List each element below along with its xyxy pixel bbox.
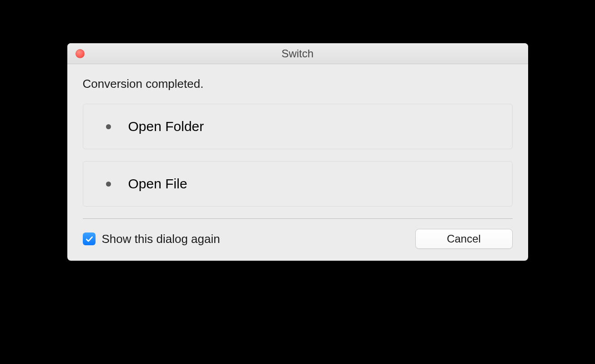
bullet-icon xyxy=(106,182,111,187)
open-file-label: Open File xyxy=(128,176,187,192)
status-message: Conversion completed. xyxy=(83,77,513,91)
separator xyxy=(83,218,513,219)
dialog-window: Switch Conversion completed. Open Folder… xyxy=(67,43,528,261)
open-file-button[interactable]: Open File xyxy=(83,161,513,207)
open-folder-button[interactable]: Open Folder xyxy=(83,104,513,149)
close-button[interactable] xyxy=(76,49,85,58)
check-icon xyxy=(85,234,94,243)
titlebar: Switch xyxy=(67,43,528,64)
checkbox-box xyxy=(83,233,96,245)
dialog-content: Conversion completed. Open Folder Open F… xyxy=(67,64,528,261)
open-folder-label: Open Folder xyxy=(128,119,204,134)
cancel-label: Cancel xyxy=(447,233,481,245)
window-title: Switch xyxy=(282,47,314,60)
cancel-button[interactable]: Cancel xyxy=(415,229,513,249)
bullet-icon xyxy=(106,124,111,129)
checkbox-label: Show this dialog again xyxy=(102,232,220,246)
dialog-footer: Show this dialog again Cancel xyxy=(83,229,513,249)
show-again-checkbox[interactable]: Show this dialog again xyxy=(83,232,220,246)
